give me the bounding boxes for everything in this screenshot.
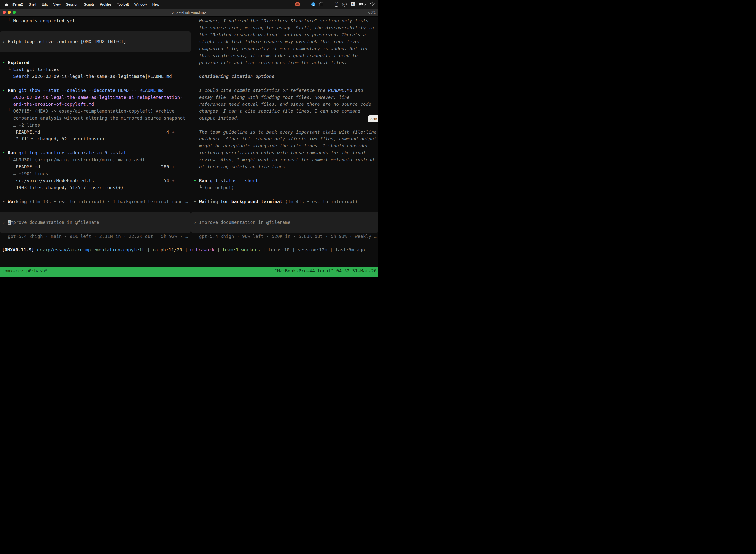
terminal-line: • Working (11m 13s • esc to interrupt) ·… bbox=[0, 198, 191, 205]
right-terminal-pane[interactable]: However, I noticed the "Directory Struct… bbox=[191, 16, 378, 241]
terminal-line: the source tree, missing the essay. Stil… bbox=[191, 24, 378, 31]
text-segment: List bbox=[13, 67, 24, 72]
menu-item-toolbelt[interactable]: Toolbelt bbox=[114, 2, 132, 6]
text-segment: gpt-5.4 xhigh · 96% left · 520K in · 5.8… bbox=[194, 233, 377, 239]
menu-item-scripts[interactable]: Scripts bbox=[81, 2, 97, 6]
screen-recording-indicator-icon[interactable] bbox=[296, 2, 300, 6]
menu-item-shell[interactable]: Shell bbox=[26, 2, 39, 6]
menu-item-help[interactable]: Help bbox=[149, 2, 162, 6]
text-segment: • bbox=[2, 199, 8, 204]
gauge-value: 61 bbox=[343, 3, 345, 5]
text-segment: | bbox=[144, 247, 152, 253]
terminal-line bbox=[0, 31, 191, 38]
text-segment: mprove documentation in @filename bbox=[11, 220, 100, 225]
text-segment: of focusing solely on file lines. bbox=[194, 164, 288, 169]
text-segment: (11m 13s • esc to interrupt) · 1 backgro… bbox=[27, 199, 188, 204]
text-segment: output instead. bbox=[194, 115, 239, 121]
text-segment: Wor bbox=[8, 199, 16, 204]
terminal-line: gpt-5.4 xhigh · main · 91% left · 2.31M … bbox=[0, 233, 191, 240]
text-segment: › Improve documentation in @filename bbox=[194, 220, 291, 225]
menu-extra-icon[interactable]: 8 bbox=[334, 2, 338, 7]
active-app-name[interactable]: iTerm2 bbox=[8, 2, 26, 6]
text-segment: Ran bbox=[199, 178, 207, 183]
menu-item-view[interactable]: View bbox=[50, 2, 63, 6]
left-terminal-pane[interactable]: └ No agents completed yet› Ralph loop ac… bbox=[0, 16, 191, 241]
menu-items: ShellEditViewSessionScriptsProfilesToolb… bbox=[26, 2, 162, 6]
prompt-input[interactable] bbox=[0, 212, 191, 219]
text-segment: README.md | 280 + bbox=[2, 164, 175, 169]
text-segment: evidence. Since this change only affects… bbox=[194, 136, 377, 142]
swift-icon[interactable] bbox=[311, 2, 315, 6]
text-segment: Explored bbox=[8, 60, 29, 65]
menu-item-window[interactable]: Window bbox=[132, 2, 149, 6]
text-segment: src/voice/voiceModeEnabled.ts | 54 + bbox=[2, 178, 175, 183]
wifi-icon[interactable] bbox=[370, 2, 375, 6]
battery-icon[interactable] bbox=[359, 3, 366, 6]
text-segment: review. Also, I might want to inspect th… bbox=[194, 157, 374, 162]
terminal-line bbox=[0, 52, 191, 59]
terminal-line: • Ran git log --oneline --decorate -n 5 … bbox=[0, 150, 191, 156]
terminal-line: src/voice/voiceModeEnabled.ts | 54 + bbox=[0, 177, 191, 184]
terminal-line: might be acceptable alongside the file l… bbox=[191, 143, 378, 150]
text-segment: However, I noticed the "Directory Struct… bbox=[194, 18, 368, 23]
apple-menu[interactable] bbox=[0, 2, 8, 6]
circle-app-icon[interactable] bbox=[319, 2, 323, 6]
apps-grid-icon[interactable] bbox=[327, 3, 331, 6]
terminal-line: 2026-03-09-is-legal-the-same-as-legitima… bbox=[0, 94, 191, 101]
text-segment: └ 067f154 (HEAD -> essay/ai-reimplementa… bbox=[2, 108, 175, 114]
prompt-input[interactable] bbox=[191, 212, 378, 219]
menu-item-profiles[interactable]: Profiles bbox=[97, 2, 114, 6]
text-segment: README.md | 4 + bbox=[2, 129, 175, 134]
terminal-line: companion file, especially if more comme… bbox=[191, 45, 378, 52]
prompt-input[interactable]: › Improve documentation in @filename bbox=[191, 219, 378, 226]
text-segment: provide file and line references from th… bbox=[194, 60, 347, 65]
terminal-line bbox=[191, 122, 378, 128]
prompt-input[interactable]: › Improve documentation in @filename bbox=[0, 219, 191, 226]
text-segment: • bbox=[2, 60, 8, 65]
text-segment: • bbox=[194, 178, 199, 183]
text-segment bbox=[2, 74, 13, 79]
terminal-line: • Ran git show --stat --oneline --decora… bbox=[0, 87, 191, 94]
terminal-line: I could cite commit statistics or refere… bbox=[191, 87, 378, 94]
text-segment: the source tree, missing the essay. Stil… bbox=[194, 25, 374, 30]
prompt-input[interactable] bbox=[191, 226, 378, 233]
text-segment: slight risk that future readers may over… bbox=[194, 39, 360, 44]
tmux-status-bar: [omx-cczip0:bash* "MacBook-Pro-44.local"… bbox=[0, 267, 378, 277]
prompt-input[interactable] bbox=[0, 226, 191, 233]
titlebar: omx --xhigh --madmax ⌥⌘1 bbox=[0, 9, 378, 17]
terminal-line: 1903 files changed, 513517 insertions(+) bbox=[0, 184, 191, 191]
screen-overlay-button[interactable]: Scre bbox=[368, 115, 378, 122]
window-shortcut-badge: ⌥⌘1 bbox=[367, 9, 376, 16]
terminal-line: README.md | 4 + bbox=[0, 128, 191, 135]
input-source-icon[interactable]: A bbox=[351, 2, 355, 6]
text-segment: … +2 lines bbox=[2, 122, 40, 127]
text-segment: | turns:10 | session:12m | last:5m ago bbox=[260, 247, 365, 253]
terminal-line: The team guideline is to back every impo… bbox=[191, 128, 378, 135]
terminal-line: review. Also, I might want to inspect th… bbox=[191, 156, 378, 163]
terminal-line: the "Related research writing" section i… bbox=[191, 31, 378, 38]
terminal-line: └ 4b9d30f (origin/main, instructkr/main,… bbox=[0, 156, 191, 163]
gauge-icon[interactable]: 61 bbox=[342, 2, 347, 7]
text-segment: for background terminal bbox=[218, 199, 282, 204]
text-segment: Considering citation options bbox=[194, 74, 274, 79]
text-segment bbox=[207, 178, 210, 183]
text-segment: 2026-03-09-is-legal-the-same-as-legitima… bbox=[29, 74, 172, 79]
text-segment: essay file, along with finding root file… bbox=[194, 95, 350, 100]
tmux-host-clock: "MacBook-Pro-44.local" 04:52 31-Mar-26 bbox=[274, 267, 377, 274]
text-segment: 2026-03-09-is-legal-the-same-as-legitima… bbox=[2, 95, 183, 100]
window-grid-icon[interactable] bbox=[304, 2, 307, 6]
terminal-line: changes, I can't cite specific file line… bbox=[191, 108, 378, 115]
menu-item-edit[interactable]: Edit bbox=[39, 2, 50, 6]
terminal-line: └ (no output) bbox=[191, 184, 378, 191]
text-segment: README.md bbox=[328, 88, 353, 93]
apple-logo-icon bbox=[5, 2, 8, 6]
terminal-line: and-the-erosion-of-copyleft.md bbox=[0, 101, 191, 108]
terminal-line: Considering citation options bbox=[191, 73, 378, 80]
terminal-line: README.md | 280 + bbox=[0, 163, 191, 170]
terminal-line: slight risk that future readers may over… bbox=[191, 38, 378, 45]
menu-item-session[interactable]: Session bbox=[63, 2, 81, 6]
text-segment: … +1901 lines bbox=[2, 171, 48, 176]
terminal-line: • Explored bbox=[0, 59, 191, 66]
terminal-line: companion analysis without altering the … bbox=[0, 115, 191, 122]
text-segment: No agents completed yet bbox=[13, 18, 75, 23]
